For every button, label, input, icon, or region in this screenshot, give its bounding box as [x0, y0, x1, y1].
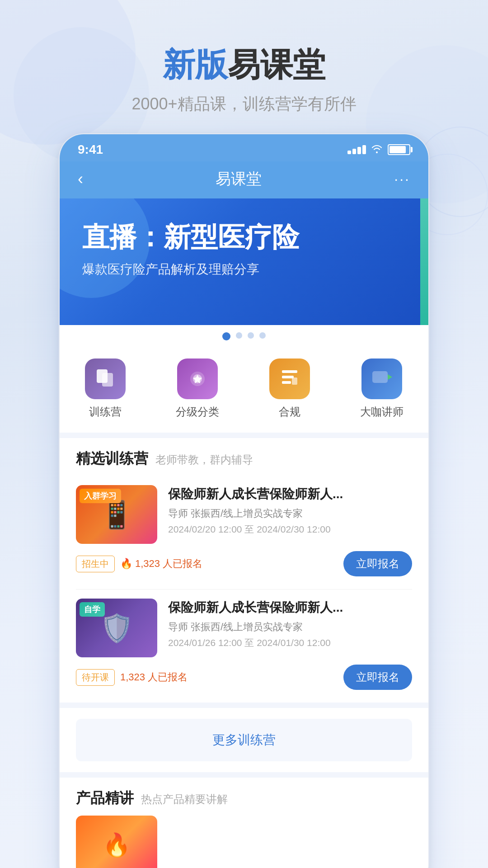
app-subtitle: 2000+精品课，训练营学有所伴 [0, 93, 488, 115]
svg-marker-10 [388, 374, 392, 380]
fire-icon-1: 🔥 [120, 558, 132, 570]
quick-item-training[interactable]: 训练营 [85, 359, 126, 419]
banner-subtitle: 爆款医疗险产品解析及理赔分享 [82, 261, 406, 278]
product-preview: 🔥 [60, 816, 428, 868]
compliance-label: 合规 [279, 405, 300, 419]
battery-fill [389, 146, 406, 153]
thumb-icon-2: 🛡️ [100, 612, 134, 644]
course-card-2[interactable]: 🛡️ 自学 保险师新人成长营保险师新人... 导师 张振西/线上增员实战专家 2… [60, 590, 428, 703]
quick-menu: 训练营 分级分类 [60, 349, 428, 433]
registered-count-2: 1,323 人已报名 [120, 670, 188, 684]
course-teacher-2: 导师 张振西/线上增员实战专家 [168, 620, 412, 634]
course-card-inner-2: 🛡️ 自学 保险师新人成长营保险师新人... 导师 张振西/线上增员实战专家 2… [76, 599, 412, 657]
nav-title: 易课堂 [216, 169, 262, 189]
more-training-button[interactable]: 更多训练营 [76, 719, 412, 761]
course-footer-2: 待开课 1,323 人已报名 立即报名 [76, 665, 412, 693]
svg-rect-9 [372, 371, 388, 383]
product-thumb-row: 🔥 [76, 816, 412, 868]
product-thumb-1[interactable]: 🔥 [76, 816, 157, 868]
signal-bar-3 [357, 147, 361, 154]
svg-rect-7 [282, 381, 291, 384]
compliance-icon [269, 359, 310, 399]
course-badge-2: 自学 [80, 602, 105, 617]
banner[interactable]: 直播：新型医疗险 爆款医疗险产品解析及理赔分享 [60, 198, 428, 325]
dot-3[interactable] [248, 332, 254, 339]
course-tags-2: 待开课 1,323 人已报名 [76, 669, 188, 686]
svg-rect-5 [282, 370, 297, 373]
training-section-header: 精选训练营 老师带教，群内辅导 [60, 433, 428, 476]
banner-accent-bar [420, 198, 428, 325]
register-button-1[interactable]: 立即报名 [343, 551, 412, 576]
svg-rect-8 [292, 377, 297, 385]
banner-dots [60, 325, 428, 349]
more-btn-wrapper: 更多训练营 [60, 703, 428, 772]
course-footer-1: 招生中 🔥 1,323 人已报名 立即报名 [76, 551, 412, 580]
thumb-icon-1: 📱 [100, 499, 134, 531]
course-badge-1: 入群学习 [80, 489, 121, 503]
signal-bar-4 [362, 145, 366, 154]
registered-count-1: 🔥 1,323 人已报名 [120, 557, 202, 571]
title-rest: 易课堂 [228, 47, 325, 83]
status-tag-2: 待开课 [76, 669, 115, 686]
back-button[interactable]: ‹ [78, 170, 83, 189]
signal-bar-2 [352, 149, 356, 154]
product-section-title: 产品精讲 [76, 788, 134, 808]
course-name-1: 保险师新人成长营保险师新人... [168, 485, 412, 503]
course-thumb-2: 🛡️ 自学 [76, 599, 157, 657]
grade-icon [177, 359, 218, 399]
quick-item-grade[interactable]: 分级分类 [176, 359, 219, 419]
course-info-1: 保险师新人成长营保险师新人... 导师 张振西/线上增员实战专家 2024/02… [168, 485, 412, 535]
course-card-inner-1: 📱 入群学习 保险师新人成长营保险师新人... 导师 张振西/线上增员实战专家 … [76, 485, 412, 544]
course-date-1: 2024/02/20 12:00 至 2024/02/30 12:00 [168, 523, 412, 536]
header-section: 新版易课堂 2000+精品课，训练营学有所伴 [0, 0, 488, 133]
quick-item-lecturer[interactable]: 大咖讲师 [360, 359, 404, 419]
app-title: 新版易课堂 [0, 45, 488, 84]
wifi-icon [371, 143, 383, 156]
course-date-2: 2024/01/26 12:00 至 2024/01/30 12:00 [168, 637, 412, 649]
app-navbar: ‹ 易课堂 ··· [60, 161, 428, 198]
product-thumb-inner-1: 🔥 [76, 816, 157, 868]
status-tag-1: 招生中 [76, 556, 115, 572]
training-icon [85, 359, 126, 399]
status-time: 9:41 [78, 142, 103, 157]
banner-title: 直播：新型医疗险 [82, 221, 406, 254]
svg-rect-6 [282, 376, 294, 378]
signal-bar-1 [347, 151, 351, 154]
svg-rect-1 [102, 373, 113, 387]
grade-label: 分级分类 [176, 405, 219, 419]
lecturer-label: 大咖讲师 [360, 405, 404, 419]
battery-icon [388, 144, 410, 155]
more-button[interactable]: ··· [394, 171, 410, 188]
training-section-title: 精选训练营 [76, 449, 148, 469]
lecturer-icon [361, 359, 402, 399]
product-section-header: 产品精讲 热点产品精要讲解 [60, 778, 428, 816]
register-button-2[interactable]: 立即报名 [343, 665, 412, 690]
dot-1[interactable] [222, 332, 230, 340]
course-tags-1: 招生中 🔥 1,323 人已报名 [76, 556, 202, 572]
status-bar: 9:41 [60, 134, 428, 161]
training-label: 训练营 [89, 405, 122, 419]
course-teacher-1: 导师 张振西/线上增员实战专家 [168, 507, 412, 520]
product-section-subtitle: 热点产品精要讲解 [141, 792, 228, 807]
course-name-2: 保险师新人成长营保险师新人... [168, 599, 412, 616]
title-highlight: 新版 [163, 47, 228, 83]
phone-wrapper: 9:41 [0, 133, 488, 868]
course-card-1[interactable]: 📱 入群学习 保险师新人成长营保险师新人... 导师 张振西/线上增员实战专家 … [60, 476, 428, 589]
dot-2[interactable] [236, 332, 242, 339]
quick-item-compliance[interactable]: 合规 [269, 359, 310, 419]
phone-mockup: 9:41 [59, 133, 429, 868]
dot-4[interactable] [259, 332, 266, 339]
product-section: 产品精讲 热点产品精要讲解 🔥 [60, 772, 428, 868]
course-thumb-1: 📱 入群学习 [76, 485, 157, 544]
training-section-subtitle: 老师带教，群内辅导 [155, 453, 253, 467]
status-icons [347, 143, 410, 156]
course-info-2: 保险师新人成长营保险师新人... 导师 张振西/线上增员实战专家 2024/01… [168, 599, 412, 649]
signal-bars [347, 145, 366, 154]
